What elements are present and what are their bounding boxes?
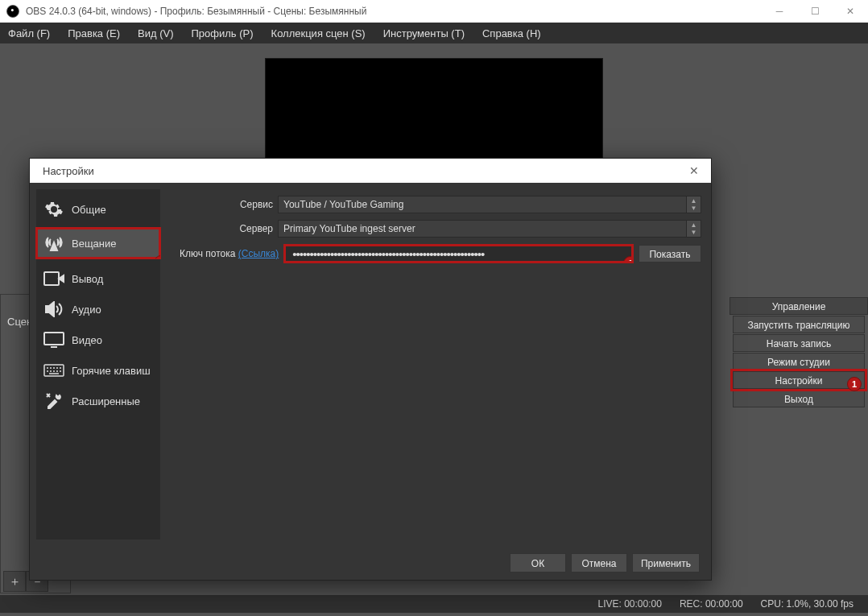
annotation-badge-2: 2 — [154, 255, 160, 258]
server-select[interactable]: Primary YouTube ingest server ▲▼ — [278, 220, 701, 238]
sidebar-item-label: Видео — [72, 334, 102, 346]
service-value: YouTube / YouTube Gaming — [283, 199, 403, 210]
sidebar-item-label: Вывод — [72, 273, 103, 285]
settings-footer: ОК Отмена Применить — [30, 546, 711, 580]
controls-dock: Управление Запустить трансляцию Начать з… — [730, 294, 868, 593]
menu-help[interactable]: Справка (H) — [479, 26, 544, 41]
antenna-icon — [43, 234, 65, 252]
menu-scene-collection[interactable]: Коллекция сцен (S) — [268, 26, 369, 41]
show-key-button[interactable]: Показать — [639, 245, 701, 263]
window-titlebar: OBS 24.0.3 (64-bit, windows) - Профиль: … — [0, 0, 868, 23]
studio-mode-button[interactable]: Режим студии — [733, 353, 865, 370]
start-recording-button[interactable]: Начать запись — [733, 334, 865, 352]
sidebar-item-output[interactable]: Вывод — [36, 263, 160, 294]
streamkey-link[interactable]: (Ссылка) — [238, 248, 279, 259]
maximize-button[interactable]: ☐ — [797, 0, 833, 23]
sidebar-item-label: Горячие клавиш — [72, 365, 151, 377]
close-button[interactable]: ✕ — [833, 0, 868, 23]
menu-file[interactable]: Файл (F) — [5, 26, 53, 41]
window-title: OBS 24.0.3 (64-bit, windows) - Профиль: … — [26, 6, 366, 17]
apply-button[interactable]: Применить — [632, 553, 700, 573]
sidebar-item-advanced[interactable]: Расширенные — [36, 386, 160, 416]
settings-content: Сервис YouTube / YouTube Gaming ▲▼ Серве… — [160, 183, 711, 546]
svg-rect-0 — [44, 272, 59, 285]
menu-view[interactable]: Вид (V) — [134, 26, 176, 41]
streamkey-input[interactable]: ••••••••••••••••••••••••••••••••••••••••… — [283, 244, 634, 263]
chevron-updown-icon: ▲▼ — [686, 221, 701, 237]
svg-rect-1 — [44, 333, 64, 345]
statusbar: LIVE: 00:00:00 REC: 00:00:00 CPU: 1.0%, … — [0, 595, 868, 613]
chevron-updown-icon: ▲▼ — [686, 196, 701, 213]
annotation-badge-3: 3 — [623, 256, 634, 263]
start-streaming-button[interactable]: Запустить трансляцию — [733, 316, 865, 333]
sidebar-item-label: Расширенные — [72, 395, 140, 407]
sidebar-item-audio[interactable]: Аудио — [36, 294, 160, 325]
service-select[interactable]: YouTube / YouTube Gaming ▲▼ — [278, 196, 701, 213]
exit-button[interactable]: Выход — [733, 390, 865, 407]
sidebar-item-video[interactable]: Видео — [36, 325, 160, 355]
minimize-button[interactable]: ─ — [762, 0, 797, 23]
ok-button[interactable]: ОК — [510, 553, 566, 573]
menu-profile[interactable]: Профиль (P) — [188, 26, 257, 41]
settings-button[interactable]: Настройки — [733, 371, 865, 389]
menubar: Файл (F) Правка (E) Вид (V) Профиль (P) … — [0, 23, 868, 43]
cancel-button[interactable]: Отмена — [571, 553, 627, 573]
keyboard-icon — [43, 362, 65, 379]
settings-dialog: Настройки ✕ Общие Вещание 2 — [29, 158, 712, 581]
tools-icon — [43, 392, 65, 410]
service-label: Сервис — [180, 199, 273, 210]
speaker-icon — [43, 300, 65, 318]
status-cpu: CPU: 1.0%, 30.00 fps — [761, 598, 854, 610]
sidebar-item-label: Аудио — [72, 304, 101, 316]
menu-tools[interactable]: Инструменты (T) — [380, 26, 468, 41]
server-label: Сервер — [180, 223, 273, 234]
settings-titlebar: Настройки ✕ — [30, 159, 711, 183]
sidebar-item-label: Вещание — [72, 238, 117, 250]
settings-close-button[interactable]: ✕ — [677, 159, 711, 183]
settings-sidebar: Общие Вещание 2 Вывод Аудио — [36, 189, 160, 540]
sidebar-item-general[interactable]: Общие — [36, 194, 160, 225]
obs-logo-icon — [6, 5, 19, 18]
annotation-badge-1: 1 — [847, 377, 862, 391]
settings-title: Настройки — [43, 165, 94, 177]
gear-icon — [43, 201, 65, 218]
menu-edit[interactable]: Правка (E) — [64, 26, 123, 41]
output-icon — [43, 270, 65, 287]
controls-header: Управление — [730, 297, 868, 315]
status-live: LIVE: 00:00:00 — [597, 598, 661, 610]
sidebar-item-stream[interactable]: Вещание 2 — [36, 228, 160, 258]
server-value: Primary YouTube ingest server — [283, 223, 415, 234]
monitor-icon — [43, 331, 65, 349]
add-scene-button[interactable]: ＋ — [3, 571, 26, 592]
status-rec: REC: 00:00:00 — [680, 598, 743, 610]
sidebar-item-label: Общие — [72, 204, 106, 216]
svg-rect-2 — [44, 365, 64, 376]
sidebar-item-hotkeys[interactable]: Горячие клавиш — [36, 355, 160, 386]
streamkey-label: Ключ потока (Ссылка) — [180, 248, 279, 259]
